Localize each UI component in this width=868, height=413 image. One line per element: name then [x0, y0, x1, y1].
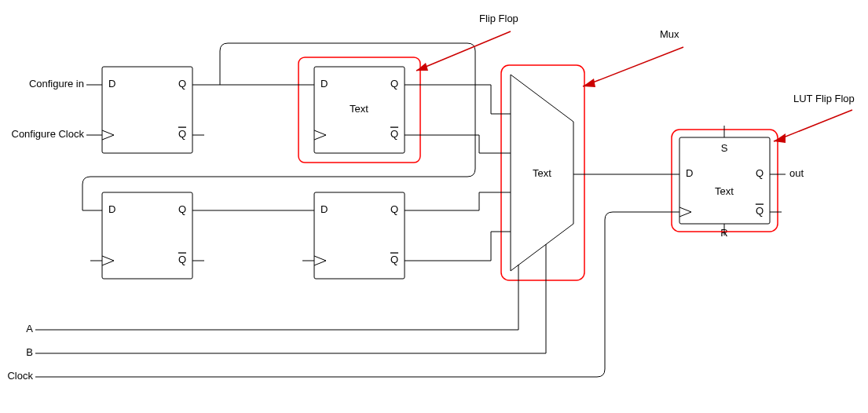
flipflop-bottom-left: D Q Q [102, 192, 192, 279]
pin-d: D [686, 167, 693, 179]
label-configure-clock: Configure Clock [12, 128, 85, 140]
svg-marker-11 [774, 133, 786, 143]
annotation-mux: Mux [660, 28, 679, 40]
label-b: B [26, 346, 33, 358]
lut-text: Text [715, 185, 734, 197]
pin-d: D [108, 78, 115, 90]
arrow-flipflop [416, 31, 511, 71]
pin-q: Q [390, 203, 398, 215]
pin-qbar: Q [178, 128, 186, 140]
pin-qbar: Q [178, 254, 186, 265]
mux-text: Text [533, 167, 551, 179]
pin-qbar: Q [390, 128, 398, 140]
arrow-mux [583, 47, 683, 87]
flipflop-bottom-right: D Q Q [314, 192, 405, 279]
label-out: out [789, 167, 804, 179]
pin-q: Q [390, 78, 398, 90]
wire-br-q-mux [405, 192, 511, 210]
flipflop-text: Text [350, 103, 368, 115]
pin-d: D [108, 203, 115, 215]
pin-qbar: Q [390, 254, 398, 265]
diagram-canvas: D Q Q D Q Q Text D Q Q D Q Q Text D Q Q [0, 0, 868, 413]
pin-d: D [320, 78, 328, 90]
pin-q: Q [178, 78, 186, 90]
annotation-lut-flipflop: LUT Flip Flop [793, 93, 855, 104]
pin-qbar: Q [756, 205, 764, 217]
pin-q: Q [756, 167, 764, 179]
label-a: A [26, 323, 33, 334]
annotation-flipflop: Flip Flop [479, 13, 518, 24]
arrow-lut-flipflop [774, 110, 852, 143]
flipflop-top-right: D Q Q Text [314, 67, 405, 153]
svg-line-6 [416, 31, 511, 71]
mux: Text [511, 75, 573, 271]
pin-s: S [721, 142, 728, 154]
pin-q: Q [178, 203, 186, 215]
svg-marker-7 [416, 63, 428, 71]
wire-br-qbar-mux [405, 232, 511, 261]
label-clock: Clock [7, 370, 33, 382]
svg-line-8 [583, 47, 683, 86]
label-configure-in: Configure in [29, 78, 84, 90]
flipflop-top-left: D Q Q [102, 67, 192, 153]
pin-d: D [320, 203, 328, 215]
